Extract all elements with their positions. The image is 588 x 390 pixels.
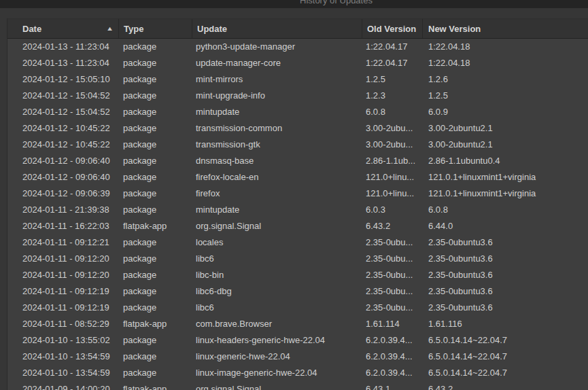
cell-type: package [119,137,192,153]
column-header-new-version[interactable]: New Version [423,19,588,38]
cell-old-version: 6.2.0.39.4... [362,332,423,349]
cell-date: 2024-01-12 - 10:45:22 [7,120,119,137]
table-row[interactable]: 2024-01-12 - 09:06:40 package firefox-lo… [7,169,588,185]
table-row[interactable]: 2024-01-13 - 11:23:04 package python3-up… [7,39,588,55]
cell-new-version: 6.43.2 [423,381,588,390]
cell-date: 2024-01-11 - 09:12:20 [7,251,119,267]
cell-new-version: 2.35-0ubuntu3.6 [423,283,588,300]
cell-date: 2024-01-09 - 14:00:20 [7,381,119,390]
cell-date: 2024-01-11 - 16:22:03 [7,218,119,234]
cell-date: 2024-01-12 - 10:45:22 [7,137,119,153]
cell-update: linux-headers-generic-hwe-22.04 [192,332,362,349]
cell-new-version: 2.35-0ubuntu3.6 [423,267,588,283]
cell-new-version: 6.5.0.14.14~22.04.7 [423,349,588,365]
table-row[interactable]: 2024-01-13 - 11:23:04 package update-man… [7,55,588,71]
table-row[interactable]: 2024-01-11 - 16:22:03 flatpak-app org.si… [7,218,588,234]
cell-date: 2024-01-13 - 11:23:04 [7,55,119,71]
cell-update: linux-generic-hwe-22.04 [192,349,362,365]
cell-date: 2024-01-13 - 11:23:04 [7,39,119,55]
cell-old-version: 1:22.04.17 [362,55,423,71]
window-title: History of Updates [300,0,373,5]
cell-old-version: 6.0.8 [362,104,423,120]
table-row[interactable]: 2024-01-11 - 09:12:19 package libc6 2.35… [7,300,588,316]
table-row[interactable]: 2024-01-12 - 09:06:39 package firefox 12… [7,185,588,202]
cell-type: package [119,202,192,218]
table-row[interactable]: 2024-01-11 - 08:52:29 flatpak-app com.br… [7,316,588,332]
cell-type: package [119,283,192,300]
table-row[interactable]: 2024-01-09 - 14:00:20 flatpak-app org.si… [7,381,588,390]
cell-type: package [119,185,192,202]
table-header: Date ▲ Type Update Old Version New Versi… [7,19,588,39]
cell-old-version: 1:22.04.17 [362,39,423,55]
cell-old-version: 1.2.3 [362,88,423,104]
table-row[interactable]: 2024-01-12 - 15:05:10 package mint-mirro… [7,71,588,88]
column-header-old-version[interactable]: Old Version [362,19,423,38]
table-row[interactable]: 2024-01-10 - 13:55:02 package linux-head… [7,332,588,349]
cell-update: org.signal.Signal [192,218,362,234]
cell-type: package [119,104,192,120]
table-row[interactable]: 2024-01-12 - 15:04:52 package mintupdate… [7,104,588,120]
cell-update: mintupdate [192,202,362,218]
cell-update: firefox-locale-en [192,169,362,185]
sort-ascending-icon: ▲ [106,26,114,32]
cell-type: package [119,71,192,88]
cell-update: libc6 [192,251,362,267]
cell-new-version: 121.0.1+linuxmint1+virginia [423,185,588,202]
cell-type: flatpak-app [119,381,192,390]
history-of-updates-window: { "window": { "title": "History of Updat… [0,0,588,390]
cell-old-version: 1.2.5 [362,71,423,88]
column-header-type-label: Type [124,24,143,34]
column-header-date[interactable]: Date ▲ [7,19,119,38]
table-row[interactable]: 2024-01-11 - 09:12:20 package libc-bin 2… [7,267,588,283]
cell-update: libc6 [192,300,362,316]
cell-date: 2024-01-11 - 08:52:29 [7,316,119,332]
cell-new-version: 3.00-2ubuntu2.1 [423,120,588,137]
table-row[interactable]: 2024-01-12 - 10:45:22 package transmissi… [7,120,588,137]
cell-update: mint-mirrors [192,71,362,88]
cell-update: com.brave.Browser [192,316,362,332]
updates-table: Date ▲ Type Update Old Version New Versi… [7,18,588,390]
table-row[interactable]: 2024-01-10 - 13:54:59 package linux-imag… [7,365,588,381]
table-row[interactable]: 2024-01-11 - 09:12:20 package libc6 2.35… [7,251,588,267]
cell-old-version: 2.35-0ubu... [362,234,423,251]
cell-update: python3-update-manager [192,39,362,55]
table-row[interactable]: 2024-01-12 - 10:45:22 package transmissi… [7,137,588,153]
cell-new-version: 3.00-2ubuntu2.1 [423,137,588,153]
column-header-type[interactable]: Type [119,19,192,38]
cell-type: package [119,300,192,316]
cell-new-version: 1:22.04.18 [423,55,588,71]
cell-type: package [119,88,192,104]
cell-update: mintupdate [192,104,362,120]
cell-update: linux-image-generic-hwe-22.04 [192,365,362,381]
cell-update: firefox [192,185,362,202]
cell-update: libc-bin [192,267,362,283]
cell-type: package [119,39,192,55]
column-header-old-version-label: Old Version [367,24,416,34]
cell-old-version: 3.00-2ubu... [362,120,423,137]
cell-update: org.signal.Signal [192,381,362,390]
cell-date: 2024-01-12 - 09:06:40 [7,153,119,169]
cell-old-version: 6.43.2 [362,218,423,234]
cell-date: 2024-01-12 - 09:06:40 [7,169,119,185]
table-row[interactable]: 2024-01-11 - 09:12:21 package locales 2.… [7,234,588,251]
cell-new-version: 121.0.1+linuxmint1+virginia [423,169,588,185]
table-row[interactable]: 2024-01-11 - 21:39:38 package mintupdate… [7,202,588,218]
cell-new-version: 2.35-0ubuntu3.6 [423,234,588,251]
cell-date: 2024-01-11 - 09:12:21 [7,234,119,251]
cell-old-version: 6.2.0.39.4... [362,349,423,365]
cell-old-version: 2.35-0ubu... [362,300,423,316]
cell-date: 2024-01-10 - 13:54:59 [7,349,119,365]
cell-type: flatpak-app [119,316,192,332]
cell-date: 2024-01-11 - 09:12:19 [7,283,119,300]
table-row[interactable]: 2024-01-12 - 09:06:40 package dnsmasq-ba… [7,153,588,169]
table-row[interactable]: 2024-01-11 - 09:12:19 package libc6-dbg … [7,283,588,300]
cell-update: mint-upgrade-info [192,88,362,104]
cell-update: libc6-dbg [192,283,362,300]
table-row[interactable]: 2024-01-10 - 13:54:59 package linux-gene… [7,349,588,365]
cell-old-version: 3.00-2ubu... [362,137,423,153]
column-header-update[interactable]: Update [192,19,362,38]
cell-new-version: 6.5.0.14.14~22.04.7 [423,332,588,349]
cell-type: package [119,234,192,251]
table-row[interactable]: 2024-01-12 - 15:04:52 package mint-upgra… [7,88,588,104]
cell-update: locales [192,234,362,251]
